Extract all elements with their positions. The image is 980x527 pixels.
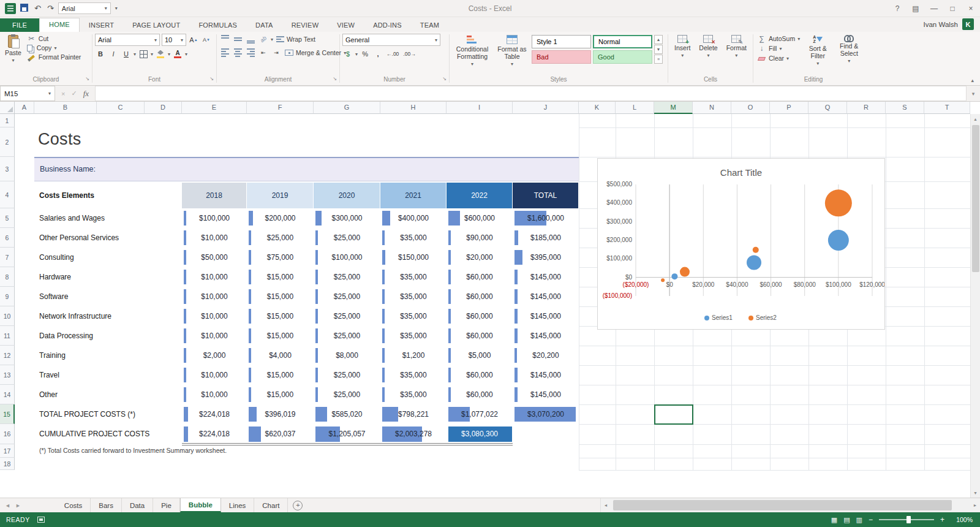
cell-value[interactable]: $25,000	[314, 228, 380, 248]
sheet-tab-data[interactable]: Data	[122, 498, 153, 512]
cell-value[interactable]: $10,000	[183, 326, 246, 346]
copy-button[interactable]: Copy▾	[26, 44, 82, 52]
cell-value[interactable]: $90,000	[447, 228, 512, 248]
table-header-2020[interactable]: 2020	[314, 183, 380, 208]
ribbon-display-button[interactable]: ▤	[907, 0, 925, 17]
row-header-3[interactable]: 3	[0, 157, 15, 181]
save-button[interactable]	[18, 4, 30, 13]
increase-indent-button[interactable]: ⇥	[271, 47, 282, 58]
insert-cells-button[interactable]: + Insert ▾	[672, 34, 693, 59]
zoom-slider[interactable]	[879, 519, 934, 520]
row-header-13[interactable]: 13	[0, 365, 15, 385]
normal-view-icon[interactable]: ▦	[831, 516, 837, 524]
close-button[interactable]: ×	[962, 0, 980, 17]
clipboard-dialog-launcher-icon[interactable]: ↘	[85, 74, 89, 83]
row-header-17[interactable]: 17	[0, 444, 15, 458]
cell-value[interactable]: $1,600,000	[513, 208, 578, 228]
percent-style-button[interactable]: %	[360, 48, 371, 59]
table-header-2021[interactable]: 2021	[380, 183, 446, 208]
cell-value[interactable]: $585,020	[314, 404, 380, 424]
horizontal-scrollbar[interactable]: ◄ ►	[600, 498, 980, 512]
row-label-other[interactable]: Other	[39, 385, 58, 404]
cell-value[interactable]: $395,000	[513, 248, 578, 267]
format-painter-button[interactable]: Format Painter	[26, 52, 82, 62]
row-header-18[interactable]: 18	[0, 458, 15, 470]
row-header-5[interactable]: 5	[0, 208, 15, 228]
page-layout-view-icon[interactable]: ▤	[843, 516, 850, 524]
cell-value[interactable]: $4,000	[247, 346, 313, 365]
row-label-cumulative-project-costs[interactable]: CUMULATIVE PROJECT COSTS	[39, 424, 149, 444]
column-header-m[interactable]: M	[654, 102, 693, 114]
row-label-training[interactable]: Training	[39, 346, 66, 365]
cell-value[interactable]: $3,080,300	[447, 424, 512, 444]
shrink-font-button[interactable]: A▼	[201, 34, 212, 45]
scroll-down-icon[interactable]: ▼	[971, 488, 980, 498]
ribbon-tab-home[interactable]: HOME	[39, 18, 80, 32]
cell-value[interactable]: $396,019	[247, 404, 313, 424]
cell-value[interactable]: $100,000	[183, 208, 246, 228]
cell-value[interactable]: $35,000	[381, 228, 446, 248]
cell-value[interactable]: $1,205,057	[314, 424, 380, 444]
table-header-costs-elements[interactable]: Costs Elements	[34, 183, 182, 208]
vertical-scroll-thumb[interactable]	[972, 125, 979, 272]
grow-font-button[interactable]: A▲	[188, 34, 199, 45]
cell-value[interactable]: $2,000	[183, 346, 246, 365]
cell-value[interactable]: $15,000	[247, 287, 313, 306]
undo-button[interactable]: ↶	[32, 4, 43, 13]
cell-value[interactable]: $15,000	[247, 306, 313, 326]
cell-value[interactable]: $20,000	[447, 248, 512, 267]
column-header-j[interactable]: J	[513, 102, 579, 114]
ribbon-tab-file[interactable]: FILE	[0, 18, 39, 32]
gallery-more-icon[interactable]: ≡	[654, 55, 663, 64]
row-header-6[interactable]: 6	[0, 228, 15, 248]
sort-filter-button[interactable]: AZ Sort & Filter ▾	[803, 34, 832, 67]
cell-value[interactable]: $145,000	[513, 326, 578, 346]
column-header-g[interactable]: G	[314, 102, 380, 114]
row-header-15[interactable]: 15	[0, 404, 15, 424]
cell-value[interactable]: $60,000	[447, 306, 512, 326]
autosum-button[interactable]: ∑AutoSum▾	[756, 34, 801, 44]
cell-value[interactable]: $35,000	[381, 287, 446, 306]
row-header-14[interactable]: 14	[0, 385, 15, 404]
cell-value[interactable]: $10,000	[183, 385, 246, 404]
row-header-10[interactable]: 10	[0, 306, 15, 326]
ribbon-tab-page-layout[interactable]: PAGE LAYOUT	[123, 19, 189, 32]
ribbon-tab-view[interactable]: VIEW	[328, 19, 364, 32]
scroll-right-icon[interactable]: ►	[970, 503, 980, 507]
cell-value[interactable]: $145,000	[513, 385, 578, 404]
orientation-button[interactable]: ab	[258, 34, 269, 45]
cell-value[interactable]: $25,000	[314, 287, 380, 306]
confirm-entry-icon[interactable]: ✓	[71, 89, 77, 97]
cell-value[interactable]: $25,000	[314, 306, 380, 326]
cancel-entry-icon[interactable]: ×	[61, 90, 65, 97]
qat-font-combo[interactable]: Arial▾	[58, 2, 111, 14]
sheet-tab-chart[interactable]: Chart	[254, 498, 288, 512]
accounting-format-button[interactable]: $	[342, 48, 353, 59]
row-header-4[interactable]: 4	[0, 181, 15, 208]
align-middle-button[interactable]	[232, 34, 243, 45]
cell-value[interactable]: $798,221	[381, 404, 446, 424]
cell-value[interactable]: $1,200	[381, 346, 446, 365]
cell-value[interactable]: $620,037	[247, 424, 313, 444]
alignment-dialog-launcher-icon[interactable]: ↘	[333, 74, 337, 83]
footnote-cell[interactable]: (*) Total Costs carried forward to Inves…	[39, 447, 227, 454]
row-label-hardware[interactable]: Hardware	[39, 267, 71, 287]
column-header-e[interactable]: E	[182, 102, 247, 114]
sheet-tab-lines[interactable]: Lines	[221, 498, 255, 512]
cell-value[interactable]: $75,000	[247, 248, 313, 267]
business-name-cell[interactable]: Business Name:	[34, 157, 579, 181]
column-header-b[interactable]: B	[34, 102, 97, 114]
row-label-total-project-costs[interactable]: TOTAL PROJECT COSTS (*)	[39, 404, 135, 424]
bubble-chart[interactable]: Chart Title$500,000$400,000$300,000$200,…	[597, 158, 885, 330]
cell-value[interactable]: $35,000	[381, 326, 446, 346]
cell-value[interactable]: $200,000	[247, 208, 313, 228]
selected-cell[interactable]	[654, 404, 693, 425]
bold-button[interactable]: B	[95, 48, 106, 59]
cell-value[interactable]: $145,000	[513, 365, 578, 385]
zoom-slider-thumb[interactable]	[907, 516, 911, 523]
find-select-button[interactable]: Find & Select ▾	[834, 34, 864, 65]
scroll-up-icon[interactable]: ▲	[971, 114, 980, 124]
column-header-h[interactable]: H	[380, 102, 447, 114]
insert-function-icon[interactable]: fx	[83, 89, 89, 99]
row-label-consulting[interactable]: Consulting	[39, 248, 74, 267]
